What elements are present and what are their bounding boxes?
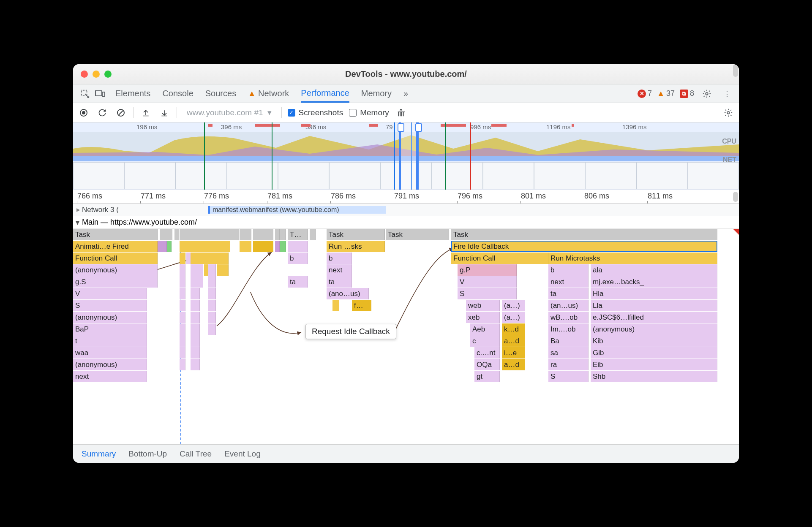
flame-segment[interactable]: Task [386, 229, 449, 240]
flame-segment[interactable] [191, 253, 229, 264]
flame-segment[interactable]: ta [288, 276, 308, 288]
flame-segment[interactable] [280, 229, 286, 240]
tabs-more[interactable]: » [403, 85, 408, 102]
flame-segment[interactable]: f… [352, 300, 371, 311]
flame-segment[interactable]: S [548, 371, 589, 382]
flame-segment[interactable]: V [73, 288, 147, 299]
tab-sources[interactable]: Sources [205, 85, 236, 102]
flame-segment[interactable] [191, 264, 203, 276]
flame-segment[interactable]: S [458, 288, 517, 299]
flame-segment[interactable]: Task [327, 229, 385, 240]
flame-segment[interactable] [191, 276, 203, 288]
flame-segment[interactable]: b [548, 264, 589, 276]
network-track[interactable]: ▸ Network 3 ( manifest.webmanifest (www.… [73, 204, 739, 216]
flame-segment[interactable]: g.P [458, 264, 517, 276]
flame-segment[interactable]: Shb [591, 371, 717, 382]
flame-segment[interactable] [174, 229, 179, 240]
flame-segment[interactable]: Im.…ob [548, 323, 589, 335]
reload-icon[interactable] [96, 106, 109, 119]
tab-bottom-up[interactable]: Bottom-Up [128, 449, 167, 459]
flame-segment[interactable]: Lla [591, 300, 717, 311]
violations-badge[interactable]: ⧉ 8 [680, 89, 694, 98]
ruler-scrollbar[interactable] [733, 192, 738, 202]
flame-segment[interactable]: xeb [466, 312, 500, 323]
flame-segment[interactable] [191, 347, 200, 359]
settings-icon[interactable] [699, 86, 714, 101]
flame-segment[interactable] [180, 241, 230, 252]
upload-icon[interactable] [139, 106, 152, 119]
errors-badge[interactable]: ✕ 7 [638, 89, 652, 98]
tab-network[interactable]: ▲ Network [248, 85, 289, 102]
flame-segment[interactable]: (anonymous) [73, 312, 147, 323]
flame-segment[interactable]: wB.…ob [548, 312, 589, 323]
flame-segment[interactable] [208, 300, 216, 311]
flame-segment[interactable]: c.…nt [474, 347, 500, 359]
flame-segment[interactable] [180, 335, 185, 347]
kebab-icon[interactable]: ⋮ [719, 86, 735, 101]
flame-segment[interactable]: (anonymous) [73, 264, 158, 276]
flame-segment[interactable] [167, 241, 172, 252]
flame-segment[interactable] [180, 347, 185, 359]
flame-segment[interactable] [234, 229, 239, 240]
flame-segment[interactable]: S [73, 300, 147, 311]
flame-segment[interactable]: b [327, 253, 352, 264]
recording-dropdown[interactable]: www.youtube.com #1 ▾ [183, 106, 275, 119]
warnings-badge[interactable]: ▲ 37 [657, 89, 675, 98]
flame-segment[interactable]: Task [451, 229, 717, 240]
flame-segment[interactable]: ta [327, 276, 352, 288]
flame-segment[interactable]: a…d [502, 359, 525, 370]
flame-segment[interactable]: next [327, 264, 352, 276]
flame-segment[interactable] [191, 288, 200, 299]
flame-segment[interactable] [332, 300, 339, 311]
flame-segment[interactable]: c [470, 335, 500, 347]
timeline-overview[interactable]: 196 ms 396 ms 596 ms 79 996 ms 1196 ms 1… [73, 122, 739, 190]
flame-segment[interactable]: ta [548, 288, 589, 299]
flame-segment[interactable] [180, 276, 185, 288]
tab-memory[interactable]: Memory [361, 85, 392, 102]
inspect-icon[interactable] [77, 86, 93, 101]
flame-segment[interactable]: next [73, 371, 147, 382]
tab-event-log[interactable]: Event Log [224, 449, 261, 459]
flame-segment[interactable] [180, 288, 185, 299]
flame-segment[interactable]: Animati…e Fired [73, 241, 158, 252]
flame-segment[interactable]: (anonymous) [591, 323, 717, 335]
overview-selection[interactable] [399, 122, 417, 190]
tab-performance[interactable]: Performance [301, 85, 349, 103]
flame-segment[interactable] [208, 288, 216, 299]
flame-segment[interactable] [208, 312, 216, 323]
flame-segment[interactable]: g.S [73, 276, 158, 288]
flame-segment[interactable]: e.JSC$6…lfilled [591, 312, 717, 323]
flame-segment[interactable] [208, 323, 216, 335]
flame-segment[interactable] [191, 335, 200, 347]
flame-segment[interactable] [280, 241, 286, 252]
flame-segment[interactable]: a…d [502, 335, 525, 347]
network-request-bar[interactable]: manifest.webmanifest (www.youtube.com) [208, 206, 386, 214]
selection-handle-left[interactable] [399, 122, 401, 190]
selection-handle-right[interactable] [417, 122, 419, 190]
flame-segment[interactable]: (a…) [502, 312, 525, 323]
flame-segment[interactable] [180, 300, 185, 311]
flame-segment[interactable]: Run …sks [327, 241, 385, 252]
flame-segment[interactable]: i…e [502, 347, 525, 359]
flame-segment[interactable] [180, 229, 230, 240]
flame-segment[interactable]: web [466, 300, 500, 311]
flame-segment[interactable]: OQa [474, 359, 500, 370]
flame-segment[interactable]: Hla [591, 288, 717, 299]
garbage-collect-icon[interactable] [395, 106, 408, 119]
flame-segment[interactable] [158, 241, 167, 252]
tab-summary[interactable]: Summary [82, 449, 116, 459]
flame-segment[interactable] [191, 359, 200, 370]
flame-segment[interactable] [180, 312, 185, 323]
flame-segment[interactable] [208, 276, 216, 288]
flame-segment[interactable]: Task [73, 229, 158, 240]
download-icon[interactable] [158, 106, 171, 119]
flame-segment[interactable]: b [288, 253, 308, 264]
flame-segment[interactable] [288, 241, 308, 252]
flame-segment[interactable] [208, 264, 216, 276]
record-icon[interactable] [77, 106, 90, 119]
flame-chart[interactable]: Request Idle Callback TaskT…TaskTaskTask… [73, 229, 739, 444]
memory-checkbox[interactable]: Memory [349, 108, 389, 117]
flame-segment[interactable] [180, 253, 185, 264]
screenshots-checkbox[interactable]: ✓ Screenshots [288, 108, 343, 117]
device-toggle-icon[interactable] [93, 86, 108, 101]
